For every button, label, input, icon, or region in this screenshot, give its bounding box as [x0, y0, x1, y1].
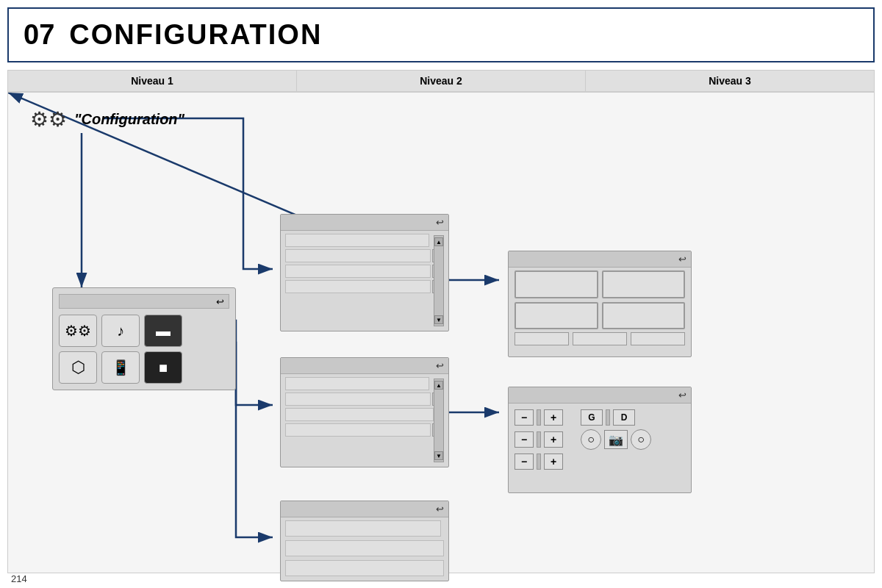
panel-2c: ↩ — [280, 501, 449, 581]
panel3b-back[interactable]: ↩ — [678, 390, 686, 401]
grid-cell-2[interactable] — [602, 270, 686, 298]
ctrl-bar-2 — [537, 431, 541, 448]
icon-music[interactable]: ♪ — [101, 315, 140, 347]
config-label: "Configuration" — [74, 111, 184, 128]
column-headers: Niveau 1 Niveau 2 Niveau 3 — [7, 70, 875, 92]
ctrl-bar-g — [606, 409, 610, 426]
scroll-up-b[interactable]: ▲ — [434, 381, 443, 390]
panel2b-row3-check: ✓ — [285, 408, 444, 421]
ctrl-minus-3[interactable]: − — [514, 453, 534, 470]
ctrl-bar-1 — [537, 409, 541, 426]
menu-back-btn[interactable]: ↩ — [216, 296, 224, 307]
panel2a-row4: > — [285, 280, 444, 293]
menu-panel-niveau1: ↩ ⚙⚙ ♪ ▬ ⬡ 📱 ■ — [52, 287, 236, 390]
ctrl-row-3: − + — [514, 453, 685, 470]
panel-2a: ↩ > > > ▲ ▼ — [280, 214, 449, 331]
panel-3b: ↩ − + G D − + ○ 📷 ○ — [508, 387, 692, 493]
panel2c-row3 — [285, 560, 444, 576]
grid-bottom-2[interactable] — [573, 332, 627, 345]
panel2a-row3: > — [285, 265, 444, 278]
gear-icon: ⚙⚙ — [30, 107, 67, 132]
ctrl-minus-2[interactable]: − — [514, 431, 534, 448]
col-niveau2: Niveau 2 — [297, 71, 586, 91]
icon-circle-2[interactable]: ○ — [631, 429, 651, 450]
ctrl-plus-1[interactable]: + — [544, 409, 563, 426]
page-number: 214 — [11, 573, 27, 584]
panel2a-row2: > — [285, 249, 444, 262]
grid-cell-3[interactable] — [514, 302, 598, 330]
icon-phone[interactable]: 📱 — [101, 351, 140, 384]
scroll-up[interactable]: ▲ — [434, 237, 443, 246]
ctrl-d[interactable]: D — [613, 409, 635, 426]
panel2c-back[interactable]: ↩ — [436, 503, 444, 514]
ctrl-plus-2[interactable]: + — [544, 431, 563, 448]
ctrl-plus-3[interactable]: + — [544, 453, 563, 470]
panel2a-back[interactable]: ↩ — [436, 217, 444, 228]
ctrl-row-2: − + ○ 📷 ○ — [514, 429, 685, 450]
scroll-down[interactable]: ▼ — [434, 315, 443, 324]
chapter-number: 07 — [24, 19, 54, 51]
icon-bluetooth[interactable]: ⬡ — [59, 351, 97, 384]
icon-camera[interactable]: 📷 — [604, 430, 628, 449]
scroll-down-b[interactable]: ▼ — [434, 451, 443, 460]
panel3a-back[interactable]: ↩ — [678, 254, 686, 265]
icon-gear[interactable]: ⚙⚙ — [59, 315, 97, 347]
panel2b-row4: > — [285, 423, 444, 437]
panel3a-bottom — [514, 332, 685, 345]
config-icon-area: ⚙⚙ "Configuration" — [30, 107, 184, 132]
panel2b-scrollbar[interactable]: ▲ ▼ — [434, 379, 444, 462]
ctrl-row-1: − + G D — [514, 409, 685, 426]
icon-display[interactable]: ▬ — [144, 315, 182, 347]
grid-cell-1[interactable] — [514, 270, 598, 298]
icon-dark[interactable]: ■ — [144, 351, 182, 384]
col-niveau1: Niveau 1 — [8, 71, 297, 91]
panel3a-grid — [514, 270, 685, 329]
grid-cell-4[interactable] — [602, 302, 686, 330]
panel2b-back[interactable]: ↩ — [436, 360, 444, 371]
panel-3a: ↩ — [508, 251, 692, 357]
panel2a-row1 — [285, 234, 429, 247]
main-content: ⚙⚙ "Configuration" ↩ ⚙⚙ ♪ ▬ ⬡ 📱 ■ ↩ > — [7, 92, 875, 573]
controls-area: − + G D − + ○ 📷 ○ − + — [509, 406, 691, 476]
ctrl-g[interactable]: G — [581, 409, 603, 426]
panel2c-row2 — [285, 540, 444, 556]
panel-2b: ↩ > ✓ > ▲ ▼ — [280, 357, 449, 467]
grid-bottom-1[interactable] — [514, 332, 569, 345]
grid-bottom-3[interactable] — [631, 332, 685, 345]
ctrl-bar-3 — [537, 453, 541, 470]
ctrl-minus-1[interactable]: − — [514, 409, 534, 426]
page-title: CONFIGURATION — [69, 19, 322, 51]
panel2a-scrollbar[interactable]: ▲ ▼ — [434, 235, 444, 326]
panel2b-row1 — [285, 377, 429, 390]
panel2c-row1 — [285, 520, 441, 537]
page-header: 07 CONFIGURATION — [7, 7, 875, 62]
col-niveau3: Niveau 3 — [586, 71, 874, 91]
panel2b-row2: > — [285, 392, 444, 406]
icon-circle-1[interactable]: ○ — [581, 429, 601, 450]
